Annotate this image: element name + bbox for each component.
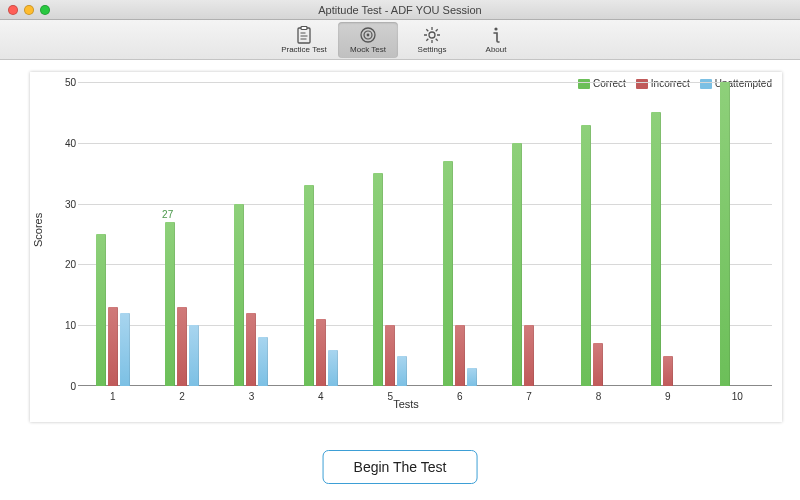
y-tick-label: 30: [56, 198, 76, 209]
gear-icon: [423, 26, 441, 44]
bar-unattempted: [258, 337, 268, 386]
bar-correct: [512, 143, 522, 386]
toolbar-label: Practice Test: [281, 45, 327, 54]
bar-correct: [373, 173, 383, 386]
bar-unattempted: [120, 313, 130, 386]
bar-unattempted: [328, 350, 338, 386]
y-tick-label: 20: [56, 259, 76, 270]
window-titlebar: Aptitude Test - ADF YOU Session: [0, 0, 800, 20]
bar-correct: [581, 125, 591, 386]
bar-incorrect: [177, 307, 187, 386]
toolbar-mock-test[interactable]: Mock Test: [338, 22, 398, 58]
toolbar-label: About: [486, 45, 507, 54]
bar-incorrect: [316, 319, 326, 386]
begin-test-button[interactable]: Begin The Test: [323, 450, 478, 484]
x-tick-label: 8: [564, 391, 633, 402]
svg-point-5: [429, 32, 435, 38]
svg-rect-1: [301, 26, 307, 29]
bar-group: 4: [286, 82, 355, 386]
plot-area: 010203040501234567891027: [78, 82, 772, 386]
data-label: 27: [162, 209, 173, 220]
toolbar-settings[interactable]: Settings: [402, 22, 462, 58]
x-tick-label: 3: [217, 391, 286, 402]
bar-group: 2: [147, 82, 216, 386]
y-tick-label: 40: [56, 137, 76, 148]
x-tick-label: 1: [78, 391, 147, 402]
y-tick-label: 10: [56, 320, 76, 331]
bar-incorrect: [246, 313, 256, 386]
bar-unattempted: [467, 368, 477, 386]
bar-incorrect: [455, 325, 465, 386]
x-tick-label: 10: [703, 391, 772, 402]
x-tick-label: 9: [633, 391, 702, 402]
window-title: Aptitude Test - ADF YOU Session: [0, 4, 800, 16]
bar-correct: [165, 222, 175, 386]
target-icon: [359, 26, 377, 44]
bar-incorrect: [593, 343, 603, 386]
scores-chart: Correct Incorrect Unattempted Scores 010…: [30, 72, 782, 422]
bar-correct: [651, 112, 661, 386]
bar-group: 10: [703, 82, 772, 386]
toolbar-about[interactable]: About: [466, 22, 526, 58]
bar-incorrect: [524, 325, 534, 386]
info-icon: [487, 26, 505, 44]
bar-correct: [304, 185, 314, 386]
x-tick-label: 7: [494, 391, 563, 402]
x-tick-label: 6: [425, 391, 494, 402]
toolbar-label: Settings: [418, 45, 447, 54]
y-axis-label: Scores: [32, 213, 44, 247]
bar-group: 6: [425, 82, 494, 386]
bar-group: 5: [356, 82, 425, 386]
bar-incorrect: [108, 307, 118, 386]
bar-incorrect: [663, 356, 673, 386]
bar-correct: [443, 161, 453, 386]
toolbar: Practice Test Mock Test Settings About: [0, 20, 800, 60]
x-axis-label: Tests: [393, 398, 419, 410]
bar-group: 1: [78, 82, 147, 386]
bar-unattempted: [397, 356, 407, 386]
bar-group: 8: [564, 82, 633, 386]
y-tick-label: 50: [56, 77, 76, 88]
toolbar-practice-test[interactable]: Practice Test: [274, 22, 334, 58]
bar-correct: [720, 82, 730, 386]
bar-correct: [234, 204, 244, 386]
svg-point-6: [494, 27, 497, 30]
bar-group: 3: [217, 82, 286, 386]
bar-group: 9: [633, 82, 702, 386]
svg-point-4: [367, 33, 370, 36]
toolbar-label: Mock Test: [350, 45, 386, 54]
y-tick-label: 0: [56, 381, 76, 392]
bar-unattempted: [189, 325, 199, 386]
bar-correct: [96, 234, 106, 386]
clipboard-icon: [295, 26, 313, 44]
bar-incorrect: [385, 325, 395, 386]
bar-group: 7: [494, 82, 563, 386]
x-tick-label: 2: [147, 391, 216, 402]
x-tick-label: 4: [286, 391, 355, 402]
